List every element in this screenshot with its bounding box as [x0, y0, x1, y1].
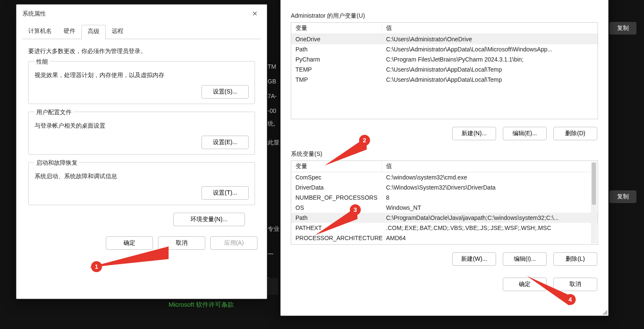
user-variables-table[interactable]: 变量 值 OneDriveC:\Users\Administrator\OneD…: [291, 22, 598, 119]
table-row[interactable]: PathC:\Users\Administrator\AppData\Local…: [291, 44, 598, 54]
var-name: DriverData: [291, 182, 382, 193]
var-value: Intel64 Family 6 Model 142 Stepping 12, …: [382, 243, 598, 245]
table-row[interactable]: PROCESSOR_ARCHITECTUREAMD64: [291, 233, 598, 243]
var-value: .COM;.EXE;.BAT;.CMD;.VBS;.VBE;.JS;.JSE;.…: [382, 223, 598, 233]
system-edit-button[interactable]: 编辑(I)...: [503, 252, 547, 266]
table-row[interactable]: PathC:\ProgramData\Oracle\Java\javapath;…: [291, 213, 598, 223]
table-row[interactable]: ComSpecC:\windows\system32\cmd.exe: [291, 172, 598, 182]
copy-button[interactable]: 复制: [609, 22, 636, 35]
tab-remote[interactable]: 远程: [106, 25, 129, 39]
tabs: 计算机名 硬件 高级 远程: [22, 24, 261, 39]
system-variables-label: 系统变量(S): [291, 150, 598, 158]
column-variable[interactable]: 变量: [291, 161, 382, 172]
var-name: ComSpec: [291, 172, 382, 182]
bg-text: TM: [268, 63, 276, 70]
bg-text: 7A-: [268, 93, 277, 99]
table-row[interactable]: PyCharmC:\Program Files\JetBrains\PyChar…: [291, 54, 598, 64]
performance-settings-button[interactable]: 设置(S)...: [201, 85, 249, 99]
var-name: Path: [291, 213, 382, 223]
var-value: C:\windows\system32\cmd.exe: [382, 172, 598, 182]
table-row[interactable]: TMPC:\Users\Administrator\AppData\Local\…: [291, 75, 598, 85]
group-description: 系统启动、系统故障和调试信息: [35, 173, 249, 180]
group-legend: 启动和故障恢复: [35, 159, 79, 167]
tab-hardware[interactable]: 硬件: [58, 25, 81, 39]
cancel-button[interactable]: 取消: [553, 278, 597, 291]
user-edit-button[interactable]: 编辑(E)...: [503, 127, 547, 140]
bg-text: 此显: [268, 139, 279, 147]
admin-required-text: 要进行大多数更改，你必须作为管理员登录。: [28, 48, 255, 55]
table-row[interactable]: OSWindows_NT: [291, 203, 598, 213]
var-value: Windows_NT: [382, 203, 598, 213]
group-legend: 用户配置文件: [35, 109, 73, 116]
scrollbar[interactable]: [591, 162, 597, 243]
table-header: 变量 值: [291, 23, 598, 34]
environment-variables-dialog: 环境变量 ✕ Administrator 的用户变量(U) 变量 值 OneDr…: [280, 0, 609, 316]
ok-button[interactable]: 确定: [503, 278, 547, 291]
system-delete-button[interactable]: 删除(L): [553, 252, 597, 266]
var-name: NUMBER_OF_PROCESSORS: [291, 193, 382, 203]
var-value: C:\Users\Administrator\AppData\Local\Tem…: [382, 64, 598, 75]
user-delete-button[interactable]: 删除(D): [553, 127, 597, 140]
apply-button[interactable]: 应用(A): [210, 236, 258, 250]
table-row[interactable]: OneDriveC:\Users\Administrator\OneDrive: [291, 34, 598, 44]
copy-button[interactable]: 复制: [609, 190, 636, 203]
cancel-button[interactable]: 取消: [158, 236, 205, 250]
table-row[interactable]: PATHEXT.COM;.EXE;.BAT;.CMD;.VBS;.VBE;.JS…: [291, 223, 598, 233]
table-row[interactable]: PROCESSOR_IDENTIFIERIntel64 Family 6 Mod…: [291, 243, 598, 245]
tab-advanced[interactable]: 高级: [81, 25, 106, 39]
user-variables-label: Administrator 的用户变量(U): [291, 12, 598, 20]
var-name: PATHEXT: [291, 223, 382, 233]
ok-button[interactable]: 确定: [106, 236, 153, 250]
startup-settings-button[interactable]: 设置(T)...: [201, 186, 249, 200]
performance-group: 性能 视觉效果，处理器计划，内存使用，以及虚拟内存 设置(S)...: [28, 61, 255, 104]
close-icon[interactable]: ✕: [590, 0, 602, 0]
system-properties-dialog: 系统属性 ✕ 计算机名 硬件 高级 远程 要进行大多数更改，你必须作为管理员登录…: [16, 4, 267, 299]
var-name: OneDrive: [291, 34, 382, 44]
environment-variables-button[interactable]: 环境变量(N)...: [173, 213, 245, 226]
var-name: PROCESSOR_IDENTIFIER: [291, 243, 382, 245]
system-new-button[interactable]: 新建(W)...: [452, 252, 496, 266]
var-value: C:\Users\Administrator\OneDrive: [382, 34, 598, 44]
var-name: OS: [291, 203, 382, 213]
profile-settings-button[interactable]: 设置(E)...: [201, 136, 249, 149]
var-name: TEMP: [291, 64, 382, 75]
var-value: C:\Users\Administrator\AppData\Local\Mic…: [382, 44, 598, 54]
startup-recovery-group: 启动和故障恢复 系统启动、系统故障和调试信息 设置(T)...: [28, 162, 255, 205]
table-row[interactable]: DriverDataC:\Windows\System32\Drivers\Dr…: [291, 182, 598, 193]
var-name: Path: [291, 44, 382, 54]
ms-license-link[interactable]: Microsoft 软件许可条款: [169, 301, 234, 309]
user-new-button[interactable]: 新建(N)...: [452, 127, 496, 140]
scrollbar-thumb[interactable]: [592, 163, 596, 205]
dialog-title: 系统属性: [22, 10, 46, 18]
column-value[interactable]: 值: [382, 23, 598, 34]
var-value: 8: [382, 193, 598, 203]
bg-text: 专业: [268, 225, 279, 233]
var-value: C:\ProgramData\Oracle\Java\javapath;C:\w…: [382, 213, 598, 223]
resize-grip-icon[interactable]: [601, 309, 607, 315]
var-name: TMP: [291, 75, 382, 85]
var-name: PROCESSOR_ARCHITECTURE: [291, 233, 382, 243]
column-variable[interactable]: 变量: [291, 23, 382, 34]
user-profile-group: 用户配置文件 与登录帐户相关的桌面设置 设置(E)...: [28, 112, 255, 155]
var-value: C:\Program Files\JetBrains\PyCharm 2024.…: [382, 54, 598, 64]
bg-text: 统,: [268, 120, 275, 128]
group-description: 与登录帐户相关的桌面设置: [35, 122, 249, 130]
table-row[interactable]: TEMPC:\Users\Administrator\AppData\Local…: [291, 64, 598, 75]
bg-text: -00: [268, 107, 276, 114]
system-variables-table[interactable]: 变量 值 ComSpecC:\windows\system32\cmd.exeD…: [291, 160, 598, 245]
tab-computer-name[interactable]: 计算机名: [22, 25, 58, 39]
table-row[interactable]: NUMBER_OF_PROCESSORS8: [291, 193, 598, 203]
table-header: 变量 值: [291, 161, 598, 172]
var-value: C:\Users\Administrator\AppData\Local\Tem…: [382, 75, 598, 85]
var-name: PyCharm: [291, 54, 382, 64]
group-description: 视觉效果，处理器计划，内存使用，以及虚拟内存: [35, 72, 249, 79]
bg-text: GB: [268, 78, 276, 85]
var-value: AMD64: [382, 233, 598, 243]
bg-text: 一: [268, 251, 274, 258]
column-value[interactable]: 值: [382, 161, 598, 172]
var-value: C:\Windows\System32\Drivers\DriverData: [382, 182, 598, 193]
group-legend: 性能: [35, 58, 50, 66]
close-icon[interactable]: ✕: [249, 8, 261, 19]
